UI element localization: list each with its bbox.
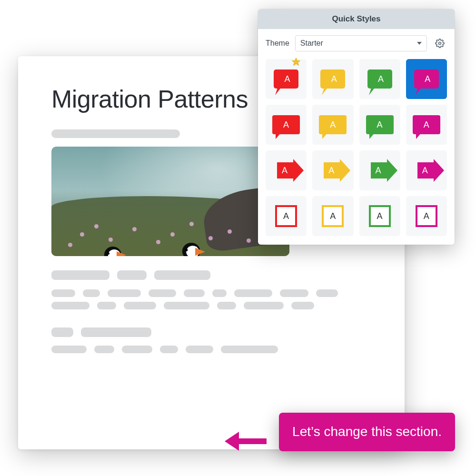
annotation-callout[interactable]: Let’s change this section. — [279, 413, 455, 451]
style-swatch-callout-green[interactable]: A — [359, 59, 400, 99]
style-swatch-box-outline-yellow[interactable]: A — [312, 196, 353, 236]
style-swatch-callout-red[interactable]: A — [266, 59, 307, 99]
style-swatch-arrow-magenta[interactable]: A — [406, 150, 447, 190]
style-swatch-box-outline-red[interactable]: A — [266, 196, 307, 236]
style-grid: AAAAAAAAAAAAAAAA — [258, 57, 455, 245]
style-swatch-callout-magenta[interactable]: A — [406, 59, 447, 99]
gear-icon — [435, 39, 445, 48]
style-swatch-box-outline-magenta[interactable]: A — [406, 196, 447, 236]
style-swatch-arrow-green[interactable]: A — [359, 150, 400, 190]
style-swatch-box-outline-green[interactable]: A — [359, 196, 400, 236]
style-swatch-arrow-yellow[interactable]: A — [312, 150, 353, 190]
style-swatch-speech-red[interactable]: A — [266, 105, 307, 145]
theme-select[interactable]: Starter — [295, 35, 427, 51]
style-swatch-speech-yellow[interactable]: A — [312, 105, 353, 145]
svg-point-0 — [439, 42, 441, 45]
panel-title: Quick Styles — [258, 9, 455, 29]
style-swatch-callout-yellow[interactable]: A — [312, 59, 353, 99]
annotation-text: Let’s change this section. — [292, 424, 442, 439]
theme-selected-value: Starter — [300, 39, 323, 48]
quick-styles-panel: Quick Styles Theme Starter AAAAAAAAAAAAA… — [258, 9, 455, 245]
hero-image — [51, 147, 289, 256]
svg-marker-1 — [292, 58, 300, 66]
star-icon — [291, 57, 301, 69]
theme-label: Theme — [266, 39, 289, 48]
style-swatch-speech-magenta[interactable]: A — [406, 105, 447, 145]
style-swatch-arrow-red[interactable]: A — [266, 150, 307, 190]
placeholder-line — [51, 129, 180, 138]
style-swatch-speech-green[interactable]: A — [359, 105, 400, 145]
chevron-down-icon — [417, 42, 422, 45]
theme-settings-button[interactable] — [433, 36, 447, 50]
annotation-arrow-icon — [238, 438, 267, 444]
